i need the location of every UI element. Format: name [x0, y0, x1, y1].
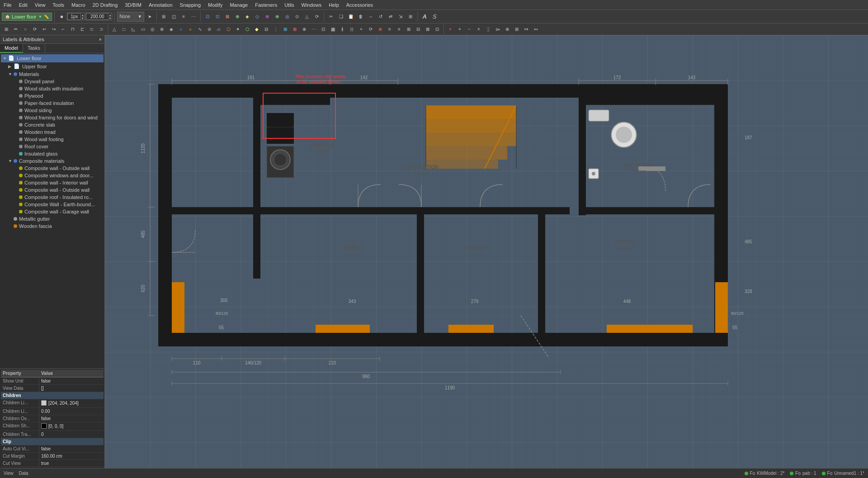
paste-btn[interactable]: 📋 [346, 12, 355, 22]
tb2-icon10[interactable]: ⊂ [87, 24, 96, 34]
scale-btn[interactable]: ⇲ [396, 12, 405, 22]
tb2-icon44[interactable]: ⊟ [414, 24, 423, 34]
num-up[interactable]: ▲ [108, 14, 112, 17]
tb2-icon45[interactable]: ⊠ [423, 24, 432, 34]
tb2-icon56[interactable]: ↤ [531, 24, 540, 34]
tree-insulated-glass[interactable]: Insulated glass [1, 150, 104, 157]
snap-btn10[interactable]: ⊙ [292, 12, 302, 22]
snap-btn8[interactable]: ⊕ [273, 12, 282, 22]
tree-comp-earth[interactable]: Composite Wall - Earth-bound... [1, 201, 104, 208]
tb2-icon32[interactable]: ⊕ [300, 24, 309, 34]
array-btn[interactable]: ⊞ [406, 12, 415, 22]
tb2-icon12[interactable]: △ [110, 24, 119, 34]
menu-snapping[interactable]: Snapping [176, 1, 205, 9]
tb2-icon18[interactable]: ◈ [167, 24, 176, 34]
tb2-icon55[interactable]: ↦ [522, 24, 531, 34]
menu-2ddrafting[interactable]: 2D Drafting [89, 1, 122, 9]
tb2-icon34[interactable]: ⊡ [319, 24, 328, 34]
tb2-icon4[interactable]: ⟳ [30, 24, 39, 34]
floor-selector[interactable]: 🏠 Lower floor ▼ ✏️ [2, 13, 52, 21]
snap-btn4[interactable]: ⊕ [233, 12, 242, 22]
menu-annotation[interactable]: Annotation [145, 1, 176, 9]
tb2-icon13[interactable]: □ [119, 24, 128, 34]
tree-woodstuds[interactable]: Wood studs with insulation [1, 85, 104, 92]
tb2-icon14[interactable]: ◺ [129, 24, 138, 34]
status-unnamed[interactable]: Fo Unnamed1 : 1* [822, 471, 864, 476]
mirror-btn[interactable]: ⇌ [386, 12, 395, 22]
snap-icon[interactable]: ➤ [145, 12, 154, 22]
snap-btn3[interactable]: ⊠ [223, 12, 232, 22]
menu-manage[interactable]: Manage [226, 1, 251, 9]
tb2-icon22[interactable]: ⊘ [205, 24, 214, 34]
cut-btn[interactable]: ✂ [326, 12, 335, 22]
tab-tasks[interactable]: Tasks [23, 44, 45, 53]
tree-wood-framing[interactable]: Wood framing for doors and wind [1, 114, 104, 121]
tb2-icon52[interactable]: ⌲ [493, 24, 502, 34]
snap-btn12[interactable]: ⟳ [312, 12, 321, 22]
menu-accessories[interactable]: Accessories [343, 1, 377, 9]
tb2-icon19[interactable]: ⟐ [176, 24, 185, 34]
tb2-icon39[interactable]: ⟳ [366, 24, 375, 34]
snap-btn7[interactable]: ⊛ [263, 12, 272, 22]
snap-btn6[interactable]: ◇ [253, 12, 262, 22]
copy-btn[interactable]: ❑ [336, 12, 345, 22]
tree-paper-insulation[interactable]: Paper-faced insulation [1, 99, 104, 107]
tree-comp-roof[interactable]: Composite roof - Insulated ro... [1, 194, 104, 201]
tb2-icon2[interactable]: ✏ [11, 24, 20, 34]
menu-3dbim[interactable]: 3D/BIM [121, 1, 145, 9]
status-kwmodel[interactable]: Fo KWModel : 2* [745, 471, 785, 476]
tree-wood-footing[interactable]: Wood wall footing [1, 136, 104, 143]
tree-wood-siding[interactable]: Wood siding [1, 107, 104, 114]
tree-concrete[interactable]: Concrete slab [1, 121, 104, 128]
panel-close-btn[interactable]: × [99, 37, 102, 42]
lower-floor-toggle[interactable]: ▼ [3, 56, 8, 61]
tb2-icon33[interactable]: ⋯ [309, 24, 318, 34]
view-icon3[interactable]: ⋯ [189, 12, 198, 22]
snap-btn5[interactable]: ◈ [243, 12, 252, 22]
menu-fasteners[interactable]: Fasteners [251, 1, 281, 9]
tree-metallic-gutter[interactable]: Metallic gutter [1, 215, 104, 222]
px-input[interactable]: 1px [67, 13, 81, 20]
floor-edit-icon[interactable]: ✏️ [44, 14, 49, 19]
composite-toggle[interactable]: ▼ [8, 159, 14, 163]
num-down[interactable]: ▼ [108, 17, 112, 20]
tree-comp-garage[interactable]: Composite wall - Garage wall [1, 208, 104, 215]
menu-modify[interactable]: Modify [204, 1, 226, 9]
tree-wooden-tread[interactable]: Wooden tread [1, 128, 104, 136]
tb2-icon5[interactable]: ↩ [40, 24, 49, 34]
tb2-icon47[interactable]: + [446, 24, 455, 34]
tb2-icon42[interactable]: ≡ [395, 24, 404, 34]
status-data-tab[interactable]: Data [19, 471, 28, 476]
status-pab[interactable]: Fo pab : 1 [790, 471, 816, 476]
menu-file[interactable]: File [0, 1, 15, 9]
tb2-icon50[interactable]: × [474, 24, 483, 34]
tb2-icon11[interactable]: ⊃ [97, 24, 106, 34]
tb2-icon20[interactable]: ⟐ [186, 24, 195, 34]
tb2-icon43[interactable]: ⊞ [404, 24, 413, 34]
tb2-icon6[interactable]: ↪ [49, 24, 58, 34]
upper-floor-toggle[interactable]: ▶ [8, 64, 14, 69]
tb2-icon9[interactable]: ⊏ [78, 24, 87, 34]
tb2-icon25[interactable]: ✦ [233, 24, 242, 34]
tb2-icon7[interactable]: ⌐ [59, 24, 68, 34]
tb2-icon37[interactable]: ⌸ [347, 24, 356, 34]
tb2-icon8[interactable]: ⊓ [68, 24, 77, 34]
menu-windows[interactable]: Windows [298, 1, 326, 9]
tb2-icon27[interactable]: ◆ [252, 24, 261, 34]
menu-help[interactable]: Help [325, 1, 343, 9]
tb2-icon28[interactable]: ⊟ [262, 24, 271, 34]
tree-roof-cover[interactable]: Roof cover [1, 143, 104, 150]
tb2-icon16[interactable]: ◎ [148, 24, 157, 34]
tb2-icon35[interactable]: ▦ [328, 24, 337, 34]
materials-toggle[interactable]: ▼ [8, 72, 14, 76]
none-dropdown[interactable]: None ▼ [117, 12, 144, 22]
grid-icon[interactable]: ⊞ [159, 12, 168, 22]
drawing-area[interactable]: 181 142 172 143 1155 485 620 [105, 35, 868, 468]
px-down[interactable]: ▼ [81, 17, 84, 20]
snap-btn1[interactable]: ⊡ [203, 12, 212, 22]
move-btn[interactable]: ↔ [366, 12, 375, 22]
px-up[interactable]: ▲ [81, 14, 84, 17]
sym-btn[interactable]: S [430, 12, 439, 22]
tb2-icon54[interactable]: ⊞ [512, 24, 521, 34]
tree-upper-floor[interactable]: ▶ 📄 Upper floor [1, 62, 104, 71]
